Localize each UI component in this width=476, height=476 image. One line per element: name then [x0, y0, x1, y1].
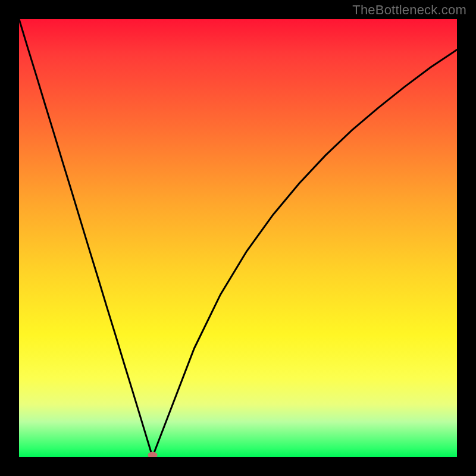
bottleneck-curve-path	[19, 19, 457, 457]
chart-frame: TheBottleneck.com	[0, 0, 476, 476]
bottleneck-curve-svg	[19, 19, 457, 457]
source-credit: TheBottleneck.com	[352, 2, 466, 18]
optimal-point-marker	[148, 452, 157, 458]
plot-area	[19, 19, 457, 457]
